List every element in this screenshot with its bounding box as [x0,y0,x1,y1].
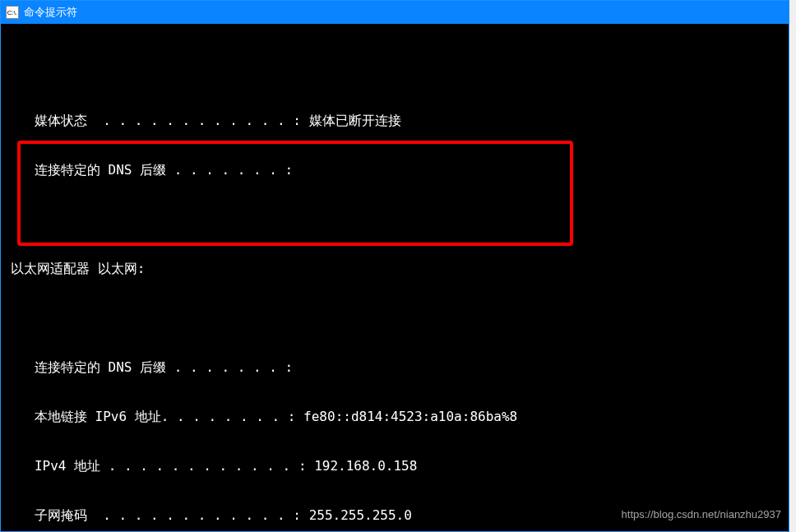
dns-suffix-line: 连接特定的 DNS 后缀 . . . . . . . : [1,162,789,178]
window-title: 命令提示符 [24,5,77,20]
eth-ipv6-value: fe80::d814:4523:a10a:86ba%8 [303,409,517,424]
media-status-label: 媒体状态 . . . . . . . . . . . . : [11,113,309,128]
ethernet-header: 以太网适配器 以太网: [1,261,789,277]
highlight-box [17,141,573,246]
watermark: https://blog.csdn.net/nianzhu2937 [622,508,781,520]
eth-ipv4-value: 192.168.0.158 [314,458,417,474]
eth-ipv6-label: 本地链接 IPv6 地址. . . . . . . . : [11,409,303,424]
cmd-window: C:\. 命令提示符 媒体状态 . . . . . . . . . . . . … [0,0,789,532]
title-bar[interactable]: C:\. 命令提示符 [1,1,789,24]
media-status-value: 媒体已断开连接 [309,113,401,128]
eth-dns-suffix: 连接特定的 DNS 后缀 . . . . . . . : [1,359,789,376]
eth-ipv6-line: 本地链接 IPv6 地址. . . . . . . . : fe80::d814… [1,409,789,425]
eth-ipv4-label: IPv4 地址 . . . . . . . . . . . . : [11,458,314,474]
cmd-icon: C:\. [6,6,19,19]
eth-ipv4-line: IPv4 地址 . . . . . . . . . . . . : 192.16… [1,458,789,474]
media-status-line: 媒体状态 . . . . . . . . . . . . : 媒体已断开连接 [1,113,789,129]
eth-mask-label: 子网掩码 . . . . . . . . . . . . : [11,507,309,523]
terminal-output[interactable]: 媒体状态 . . . . . . . . . . . . : 媒体已断开连接 连… [1,24,789,531]
eth-mask-value: 255.255.255.0 [309,507,412,523]
